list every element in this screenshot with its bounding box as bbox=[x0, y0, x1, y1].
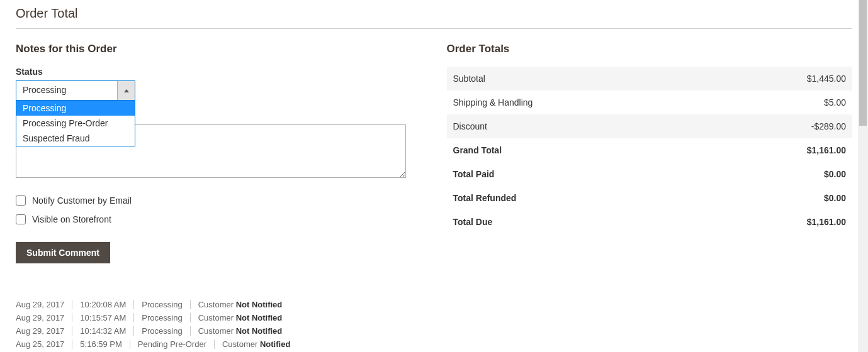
history-customer: Customer Not Notified bbox=[198, 300, 283, 309]
history-row: Aug 25, 20175:16:59 PMPending Pre-OrderC… bbox=[16, 339, 422, 349]
totals-row: Total Refunded$0.00 bbox=[447, 186, 853, 210]
history-date: Aug 29, 2017 bbox=[16, 326, 72, 336]
scrollbar[interactable] bbox=[858, 0, 868, 352]
history-time: 10:15:57 AM bbox=[80, 313, 134, 322]
history-customer: Customer Not Notified bbox=[198, 326, 283, 336]
history-row: Aug 29, 201710:14:32 AMProcessingCustome… bbox=[16, 326, 422, 336]
totals-row: Total Due$1,161.00 bbox=[447, 210, 853, 234]
totals-row: Subtotal$1,445.00 bbox=[447, 67, 853, 91]
status-label: Status bbox=[16, 67, 422, 77]
history-status: Processing bbox=[142, 326, 190, 336]
totals-value: $1,161.00 bbox=[707, 138, 852, 162]
scrollbar-thumb[interactable] bbox=[859, 0, 867, 126]
totals-label: Discount bbox=[447, 114, 707, 138]
totals-label: Total Due bbox=[447, 210, 707, 234]
status-dropdown: Processing Processing Pre-Order Suspecte… bbox=[16, 100, 135, 146]
totals-label: Shipping & Handling bbox=[447, 91, 707, 114]
history-customer: Customer Not Notified bbox=[198, 313, 283, 322]
history-time: 5:16:59 PM bbox=[80, 339, 130, 349]
history-status: Processing bbox=[142, 313, 190, 322]
status-option[interactable]: Processing bbox=[16, 101, 135, 116]
totals-row: Total Paid$0.00 bbox=[447, 162, 853, 186]
totals-value: $0.00 bbox=[707, 186, 852, 210]
history-row: Aug 29, 201710:20:08 AMProcessingCustome… bbox=[16, 300, 422, 309]
totals-value: $1,161.00 bbox=[707, 210, 852, 234]
totals-section-title: Order Totals bbox=[447, 43, 853, 55]
history-row: Aug 29, 201710:15:57 AMProcessingCustome… bbox=[16, 313, 422, 322]
totals-label: Grand Total bbox=[447, 138, 707, 162]
status-option[interactable]: Suspected Fraud bbox=[16, 131, 135, 146]
history-date: Aug 29, 2017 bbox=[16, 300, 72, 309]
history-status: Pending Pre-Order bbox=[138, 339, 215, 349]
history-date: Aug 25, 2017 bbox=[16, 339, 72, 349]
totals-label: Total Paid bbox=[447, 162, 707, 186]
status-select-value: Processing bbox=[16, 81, 117, 100]
visible-storefront-label: Visible on Storefront bbox=[32, 214, 111, 224]
submit-comment-button[interactable]: Submit Comment bbox=[16, 242, 110, 263]
totals-label: Subtotal bbox=[447, 67, 707, 91]
history-time: 10:20:08 AM bbox=[80, 300, 134, 309]
totals-column: Order Totals Subtotal$1,445.00Shipping &… bbox=[447, 43, 853, 352]
totals-value: $0.00 bbox=[707, 162, 852, 186]
visible-storefront-checkbox[interactable] bbox=[16, 214, 26, 224]
status-option[interactable]: Processing Pre-Order bbox=[16, 116, 135, 131]
history-status: Processing bbox=[142, 300, 190, 309]
totals-table: Subtotal$1,445.00Shipping & Handling$5.0… bbox=[447, 67, 853, 234]
totals-label: Total Refunded bbox=[447, 186, 707, 210]
page-title: Order Total bbox=[16, 0, 852, 29]
history-list: Aug 29, 201710:20:08 AMProcessingCustome… bbox=[16, 300, 422, 349]
totals-value: $5.00 bbox=[707, 91, 852, 114]
totals-value: -$289.00 bbox=[707, 114, 852, 138]
totals-row: Discount-$289.00 bbox=[447, 114, 853, 138]
notes-section-title: Notes for this Order bbox=[16, 43, 422, 55]
status-select[interactable]: Processing bbox=[16, 80, 135, 101]
totals-row: Shipping & Handling$5.00 bbox=[447, 91, 853, 114]
history-customer: Customer Notified bbox=[222, 339, 290, 349]
notify-customer-label: Notify Customer by Email bbox=[32, 195, 132, 206]
notes-column: Notes for this Order Status Processing P… bbox=[16, 43, 422, 352]
history-date: Aug 29, 2017 bbox=[16, 313, 72, 322]
history-time: 10:14:32 AM bbox=[80, 326, 134, 336]
totals-row: Grand Total$1,161.00 bbox=[447, 138, 853, 162]
chevron-up-icon[interactable] bbox=[117, 81, 135, 100]
notify-customer-checkbox[interactable] bbox=[16, 195, 26, 206]
totals-value: $1,445.00 bbox=[707, 67, 852, 91]
